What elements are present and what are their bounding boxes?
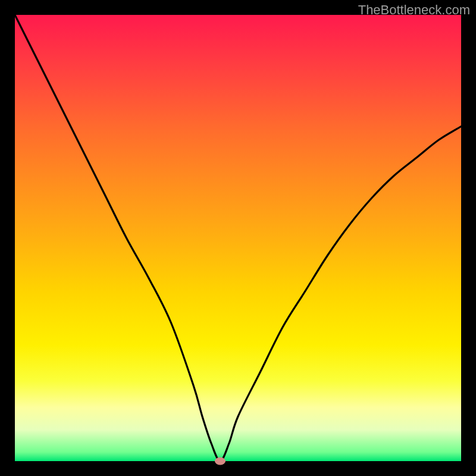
- chart-frame: TheBottleneck.com: [0, 0, 476, 476]
- bottleneck-curve: [15, 15, 461, 461]
- plot-area: [15, 15, 461, 461]
- optimal-point-marker: [215, 458, 226, 465]
- watermark-text: TheBottleneck.com: [358, 2, 470, 18]
